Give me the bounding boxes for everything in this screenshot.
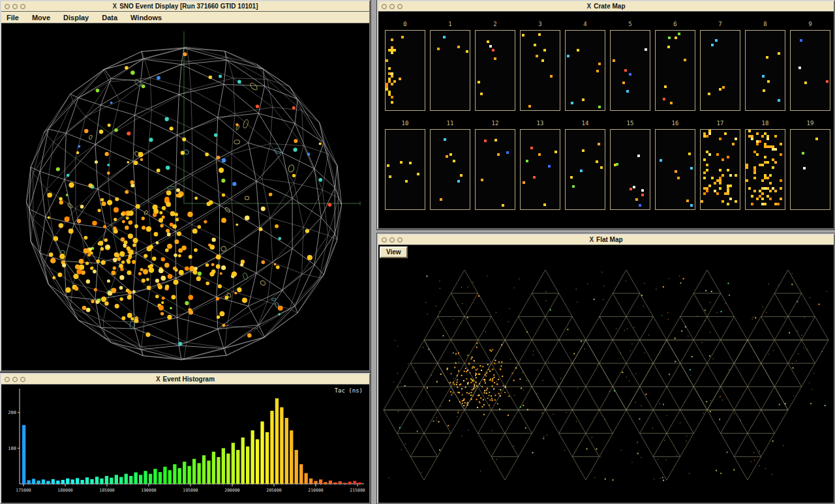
crate-panel-1[interactable] xyxy=(430,30,470,111)
maximize-button[interactable] xyxy=(20,377,25,382)
histogram-plot: 1002001750001800001850001900001950002000… xyxy=(1,385,369,502)
x11-logo-icon: Χ xyxy=(589,236,594,243)
menu-bar: FileMoveDisplayDataWindows xyxy=(1,12,369,23)
crate-label-9: 9 xyxy=(790,21,830,27)
view-menu-button[interactable]: View xyxy=(380,246,408,258)
histogram-canvas[interactable]: Tac (ns) 1002001750001800001850001900001… xyxy=(1,385,369,502)
titlebar-event-histogram[interactable]: ΧEvent Histogram xyxy=(1,374,369,385)
menu-file[interactable]: File xyxy=(7,14,19,22)
window-controls xyxy=(5,4,25,9)
crate-label-8: 8 xyxy=(745,21,785,27)
menu-windows[interactable]: Windows xyxy=(130,14,162,22)
crate-panel-0[interactable] xyxy=(385,30,425,111)
close-button[interactable] xyxy=(382,4,387,9)
svg-text:200000: 200000 xyxy=(224,488,240,493)
window-title: ΧEvent Histogram xyxy=(1,376,369,383)
svg-text:210000: 210000 xyxy=(308,488,324,493)
minimize-button[interactable] xyxy=(12,377,18,382)
crate-panel-16[interactable] xyxy=(655,129,695,210)
crate-label-4: 4 xyxy=(565,21,605,27)
flat-map-net xyxy=(378,245,834,502)
crate-map-canvas[interactable]: 012345678910111213141516171819 xyxy=(378,12,834,228)
crate-panel-14[interactable] xyxy=(565,129,605,210)
svg-text:190000: 190000 xyxy=(141,488,157,493)
close-button[interactable] xyxy=(382,237,387,243)
svg-text:180000: 180000 xyxy=(57,488,73,493)
window-controls xyxy=(382,237,402,243)
crate-label-15: 15 xyxy=(610,120,650,126)
crate-label-17: 17 xyxy=(700,120,740,126)
window-title: ΧCrate Map xyxy=(378,3,834,10)
crate-panel-7[interactable] xyxy=(700,30,740,111)
crate-label-19: 19 xyxy=(790,120,830,126)
window-title-text: Crate Map xyxy=(594,3,625,10)
maximize-button[interactable] xyxy=(20,4,25,9)
window-controls xyxy=(382,4,402,9)
window-flat-map: ΧFlat Map View xyxy=(377,233,835,504)
close-button[interactable] xyxy=(5,4,10,9)
crate-panel-2[interactable] xyxy=(475,30,515,111)
window-title-text: Flat Map xyxy=(596,236,623,243)
crate-label-13: 13 xyxy=(520,120,560,126)
window-event-display: ΧSNO Event Display [Run 371660 GTID 1010… xyxy=(0,0,371,372)
crate-label-14: 14 xyxy=(565,120,605,126)
window-controls xyxy=(5,377,25,382)
crate-panel-15[interactable] xyxy=(610,129,650,210)
crate-panel-18[interactable] xyxy=(745,129,785,210)
crate-label-18: 18 xyxy=(745,120,785,126)
x11-logo-icon: Χ xyxy=(113,3,117,10)
crate-panel-13[interactable] xyxy=(520,129,560,210)
crate-panel-4[interactable] xyxy=(565,30,605,111)
histogram-axis-units-label: Tac (ns) xyxy=(335,387,363,394)
minimize-button[interactable] xyxy=(12,4,18,9)
titlebar-crate-map[interactable]: ΧCrate Map xyxy=(378,1,834,12)
svg-text:195000: 195000 xyxy=(183,488,198,493)
x11-logo-icon: Χ xyxy=(586,3,591,10)
crate-label-1: 1 xyxy=(430,21,470,27)
crate-label-16: 16 xyxy=(655,120,695,126)
window-event-histogram: ΧEvent Histogram Tac (ns) 10020017500018… xyxy=(0,373,371,504)
window-title-text: SNO Event Display [Run 371660 GTID 10101… xyxy=(119,3,258,10)
svg-text:100: 100 xyxy=(8,446,16,451)
crate-panel-5[interactable] xyxy=(610,30,650,111)
svg-text:175000: 175000 xyxy=(16,488,31,493)
crate-panel-19[interactable] xyxy=(790,129,830,210)
detector-sphere-view xyxy=(1,23,369,369)
crate-panel-3[interactable] xyxy=(520,30,560,111)
crate-panel-12[interactable] xyxy=(475,129,515,210)
crate-label-5: 5 xyxy=(610,21,650,27)
menu-display[interactable]: Display xyxy=(63,14,89,22)
crate-label-11: 11 xyxy=(430,120,470,126)
window-title: ΧFlat Map xyxy=(378,236,834,243)
window-title-text: Event Histogram xyxy=(163,376,215,383)
crate-panel-11[interactable] xyxy=(430,129,470,210)
crate-panel-9[interactable] xyxy=(790,30,830,111)
crate-label-7: 7 xyxy=(700,21,740,27)
crate-panel-17[interactable] xyxy=(700,129,740,210)
crate-label-2: 2 xyxy=(475,21,515,27)
crate-label-12: 12 xyxy=(475,120,515,126)
crate-label-10: 10 xyxy=(385,120,425,126)
crate-label-6: 6 xyxy=(655,21,695,27)
svg-text:200: 200 xyxy=(8,410,16,415)
minimize-button[interactable] xyxy=(389,237,395,243)
window-crate-map: ΧCrate Map 01234567891011121314151617181… xyxy=(377,0,835,230)
titlebar-event-display[interactable]: ΧSNO Event Display [Run 371660 GTID 1010… xyxy=(1,1,369,12)
crate-panel-8[interactable] xyxy=(745,30,785,111)
crate-panel-6[interactable] xyxy=(655,30,695,111)
window-title: ΧSNO Event Display [Run 371660 GTID 1010… xyxy=(1,3,369,10)
svg-text:185000: 185000 xyxy=(99,488,115,493)
minimize-button[interactable] xyxy=(389,4,395,9)
maximize-button[interactable] xyxy=(397,237,402,243)
x11-logo-icon: Χ xyxy=(156,376,160,383)
event-display-canvas[interactable] xyxy=(1,23,369,369)
close-button[interactable] xyxy=(5,377,10,382)
svg-text:215000: 215000 xyxy=(350,488,365,493)
menu-move[interactable]: Move xyxy=(32,14,50,22)
crate-label-0: 0 xyxy=(385,21,425,27)
menu-data[interactable]: Data xyxy=(102,14,117,22)
flat-map-canvas[interactable]: View xyxy=(378,245,834,502)
crate-panel-10[interactable] xyxy=(385,129,425,210)
titlebar-flat-map[interactable]: ΧFlat Map xyxy=(378,235,834,245)
maximize-button[interactable] xyxy=(397,4,402,9)
